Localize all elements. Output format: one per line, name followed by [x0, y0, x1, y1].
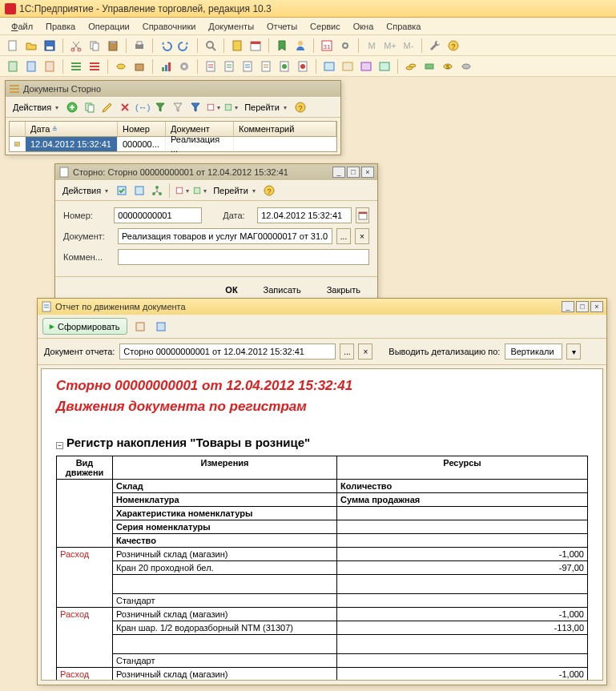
menu-help[interactable]: Справка	[381, 20, 425, 33]
menu-reports[interactable]: Отчеты	[262, 20, 302, 33]
load-settings-icon[interactable]	[153, 319, 169, 335]
col-date[interactable]: Дата≙	[26, 122, 118, 136]
maximize-button[interactable]: □	[347, 167, 360, 178]
cut-icon[interactable]	[68, 38, 84, 54]
cal-31-icon[interactable]: 31	[319, 38, 335, 54]
menu-service[interactable]: Сервис	[305, 20, 345, 33]
menu-operations[interactable]: Операции	[83, 20, 134, 33]
list1-icon[interactable]	[68, 58, 84, 74]
clear-doc-button[interactable]: ×	[358, 343, 372, 360]
menu-catalogs[interactable]: Справочники	[138, 20, 201, 33]
refresh-icon[interactable]: (↔)	[135, 99, 151, 115]
detail-dropdown-button[interactable]: ▾	[566, 343, 581, 360]
money1-icon[interactable]	[403, 58, 419, 74]
money2-icon[interactable]	[421, 58, 437, 74]
goto-menu[interactable]: Перейти	[209, 183, 260, 199]
gear-icon[interactable]	[176, 58, 192, 74]
basis2-icon[interactable]	[191, 183, 207, 199]
chart-icon[interactable]	[158, 58, 174, 74]
date-picker-button[interactable]	[356, 207, 369, 223]
search-icon[interactable]	[203, 38, 219, 54]
doc2-icon[interactable]	[23, 58, 39, 74]
window-report-titlebar[interactable]: Отчет по движениям документа _ □ ×	[38, 299, 606, 315]
write-button[interactable]: Записать	[255, 282, 310, 298]
close-button[interactable]: ×	[361, 167, 374, 178]
calendar-icon[interactable]	[248, 38, 264, 54]
catalog4-icon[interactable]	[376, 58, 393, 74]
help3-icon[interactable]: ?	[261, 183, 277, 199]
report-doc-input[interactable]	[119, 343, 336, 360]
coin-icon[interactable]	[113, 58, 129, 74]
report2-icon[interactable]	[221, 58, 237, 74]
repost-icon[interactable]	[131, 183, 147, 199]
help2-icon[interactable]: ?	[292, 99, 308, 115]
report4-icon[interactable]	[258, 58, 274, 74]
report6-icon[interactable]	[295, 58, 311, 74]
catalog2-icon[interactable]	[340, 58, 356, 74]
date-input[interactable]	[257, 207, 352, 223]
print-icon[interactable]	[131, 38, 147, 54]
box-icon[interactable]	[131, 58, 147, 74]
m-icon[interactable]: M	[364, 38, 380, 54]
copy-row-icon[interactable]	[82, 99, 98, 115]
col-comment[interactable]: Комментарий	[234, 122, 336, 136]
goto-menu[interactable]: Перейти	[240, 99, 291, 115]
edit-icon[interactable]	[99, 99, 115, 115]
col-number[interactable]: Номер	[118, 122, 166, 136]
doc3-icon[interactable]	[42, 58, 58, 74]
document-input[interactable]	[118, 228, 332, 244]
ok-button[interactable]: ОК	[216, 282, 246, 298]
actions-menu[interactable]: Действия	[9, 99, 62, 115]
wrench-icon[interactable]	[427, 38, 443, 54]
help-icon[interactable]: ?	[445, 38, 461, 54]
menu-windows[interactable]: Окна	[348, 20, 379, 33]
report-area[interactable]: Сторно 00000000001 от 12.04.2012 15:32:4…	[41, 368, 603, 681]
grid-row[interactable]: 12.04.2012 15:32:41 000000... Реализация…	[10, 137, 336, 151]
undo-icon[interactable]	[158, 38, 174, 54]
money4-icon[interactable]	[458, 58, 474, 74]
save-icon[interactable]	[42, 38, 58, 54]
number-input[interactable]	[114, 207, 202, 223]
window-storno-form-titlebar[interactable]: Сторно: Сторно 00000000001 от 12.04.2012…	[55, 164, 377, 180]
money3-icon[interactable]: $	[440, 58, 456, 74]
delete-icon[interactable]	[117, 99, 133, 115]
calc-icon[interactable]	[229, 38, 245, 54]
doc1-icon[interactable]	[5, 58, 21, 74]
filter-on-icon[interactable]	[152, 99, 168, 115]
catalog3-icon[interactable]	[358, 58, 374, 74]
structure-icon[interactable]	[149, 183, 165, 199]
add-icon[interactable]	[64, 99, 80, 115]
report1-icon[interactable]	[203, 58, 219, 74]
close-button[interactable]: Закрыть	[318, 282, 369, 298]
actions-menu[interactable]: Действия	[58, 183, 112, 199]
open-icon[interactable]	[23, 38, 39, 54]
filter-by-icon[interactable]	[187, 99, 203, 115]
storno-grid[interactable]: Дата≙ Номер Документ Комментарий 12.04.2…	[9, 121, 337, 152]
window-storno-list-titlebar[interactable]: Документы Сторно	[6, 81, 340, 97]
report5-icon[interactable]	[276, 58, 292, 74]
report3-icon[interactable]	[240, 58, 256, 74]
comment-input[interactable]	[118, 249, 369, 265]
select-button[interactable]: ...	[336, 228, 351, 244]
close-button[interactable]: ×	[590, 301, 603, 312]
movements-icon[interactable]	[205, 99, 221, 115]
movements2-icon[interactable]	[174, 183, 190, 199]
maximize-button[interactable]: □	[576, 301, 589, 312]
new-file-icon[interactable]	[5, 38, 21, 54]
clear-button[interactable]: ×	[355, 228, 369, 244]
collapse-toggle[interactable]: −	[56, 442, 63, 449]
bookmark-icon[interactable]	[274, 38, 290, 54]
redo-icon[interactable]	[176, 38, 192, 54]
basis-icon[interactable]	[223, 99, 239, 115]
m-plus-icon[interactable]: M+	[382, 38, 398, 54]
menu-edit[interactable]: Правка	[41, 20, 80, 33]
copy-icon[interactable]	[87, 38, 103, 54]
list2-icon[interactable]	[87, 58, 103, 74]
menu-documents[interactable]: Документы	[203, 20, 259, 33]
catalog1-icon[interactable]	[321, 58, 337, 74]
form-report-button[interactable]: ▸ Сформировать	[42, 318, 127, 335]
menu-file[interactable]: Файл	[6, 20, 38, 33]
filter-off-icon[interactable]	[170, 99, 186, 115]
m-minus-icon[interactable]: M-	[401, 38, 417, 54]
settings-icon[interactable]	[337, 38, 353, 54]
